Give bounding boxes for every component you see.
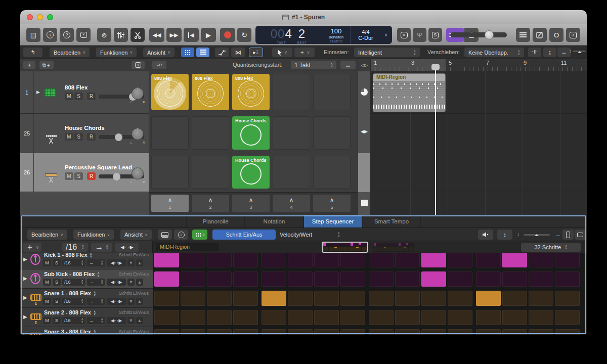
loop-slot-r3c1[interactable] (151, 156, 189, 189)
pattern-division-stepper[interactable]: /16∧∨ (62, 243, 88, 252)
flex-button[interactable]: ⋈ (231, 48, 245, 57)
pattern-rotate-buttons[interactable]: ◀▫▫▶ (115, 243, 139, 252)
row-solo-button[interactable]: S (53, 279, 61, 286)
step-2-1-on[interactable] (154, 271, 179, 287)
loop-cell-808-flex[interactable]: 808 Flex (192, 74, 229, 110)
scene-trigger-3[interactable]: ∧3 (232, 195, 270, 212)
step-3-15-off[interactable] (529, 291, 553, 306)
row-name[interactable]: Snare 2 - 808 Flex∧∨ (44, 309, 96, 315)
row-decrement-button[interactable]: ▼ (127, 279, 135, 286)
row-increment-button[interactable]: ▲ (136, 259, 143, 266)
row-rotate-buttons[interactable]: ◀▫ ▫▶ (107, 317, 126, 324)
stop-all-button[interactable] (358, 200, 370, 206)
step-1-9-off[interactable] (369, 253, 394, 267)
step-1-13-off[interactable] (476, 253, 501, 267)
editors-button[interactable] (131, 28, 145, 42)
pointer-tool-selector[interactable]: ∨ (272, 48, 292, 57)
add-track-button[interactable]: ＋ (23, 61, 35, 69)
verschieben-select[interactable]: Keine Überlapp.∧∨ (464, 48, 524, 57)
row-rotate-buttons[interactable]: ◀▫ ▫▶ (107, 259, 126, 266)
step-1-1-on[interactable] (154, 253, 179, 267)
automation-button[interactable] (215, 48, 229, 57)
row-solo-button[interactable]: S (53, 259, 61, 266)
row-mode-toggle[interactable]: ◀▶ (358, 129, 370, 134)
step-4-13-off[interactable] (476, 310, 501, 325)
step-4-6-off[interactable] (288, 310, 313, 325)
slider-knob[interactable] (115, 133, 122, 141)
step-3-16-off[interactable] (555, 291, 580, 306)
secondary-tool-selector[interactable]: ＋∨ (294, 48, 315, 57)
row-name-stepper-icon[interactable]: ∧∨ (94, 310, 96, 315)
row-name[interactable]: Sub Kick - 808 Flex∧∨ (44, 271, 100, 277)
track-header-1[interactable]: 1 ▶ 808 Flex M S R LR (20, 71, 149, 114)
row-decrement-button[interactable]: ▼ (127, 317, 135, 324)
loop-cell-house-chords[interactable]: House Chords (232, 156, 270, 189)
record-enable-button[interactable]: R (87, 172, 96, 180)
row-play-button[interactable]: ▶ (23, 314, 27, 320)
loop-cell-808-flex[interactable]: 808 Flex (232, 74, 270, 110)
divider-header[interactable]: ◁▷ (358, 59, 370, 71)
loop-cell-808-flex[interactable]: 808 Flex (151, 74, 189, 110)
row-name-stepper-icon[interactable]: ∧∨ (97, 272, 99, 277)
step-1-8-off[interactable] (340, 253, 365, 267)
step-3-12-off[interactable] (448, 291, 472, 306)
row-playmode-stepper[interactable]: →∧∨ (87, 298, 105, 305)
waveform-zoom-button[interactable]: ᛫‖᛫ (528, 48, 541, 57)
step-1-11-on[interactable] (421, 253, 446, 267)
grid-expand-button[interactable]: ↔ (340, 61, 356, 69)
loop-slot-r2c1[interactable] (151, 116, 189, 150)
step-1-2-off[interactable] (181, 253, 205, 267)
loop-slot-r2c2[interactable] (192, 116, 229, 150)
step-5-12-off[interactable] (448, 329, 472, 335)
pattern-region-name[interactable]: MIDI-Region (156, 243, 219, 251)
scene-trigger-1[interactable]: ∧1 (151, 195, 189, 212)
step-4-12-off[interactable] (448, 310, 472, 325)
solo-mode-button[interactable]: S (428, 28, 442, 42)
step-3-8-off[interactable] (340, 291, 365, 306)
step-3-1-off[interactable] (154, 291, 179, 306)
add-row-button[interactable]: ＋∨ (23, 243, 41, 252)
step-4-4-off[interactable] (233, 310, 258, 325)
quick-help-button[interactable]: ? (60, 28, 74, 42)
bar-ruler[interactable]: 1357911 (371, 59, 587, 71)
row-solo-button[interactable]: S (53, 298, 61, 305)
step-1-3-off[interactable] (207, 253, 232, 267)
row-decrement-button[interactable]: ▼ (127, 298, 135, 305)
step-5-16-off[interactable] (555, 329, 580, 335)
step-1-12-off[interactable] (448, 253, 472, 267)
pattern-length-select[interactable]: 32 Schritte∧∨ (521, 243, 581, 252)
row-increment-button[interactable]: ▲ (136, 298, 143, 305)
step-3-9-off[interactable] (369, 291, 394, 306)
grid-view-button[interactable] (181, 48, 194, 57)
seq-menu-bearbeiten[interactable]: Bearbeiten∨ (27, 230, 67, 240)
row-play-button[interactable]: ▶ (23, 256, 27, 262)
step-2-4-off[interactable] (233, 271, 258, 287)
media-browser-button[interactable]: ♪ (566, 28, 580, 42)
replace-mode-button[interactable]: × (397, 28, 411, 42)
smart-controls-button[interactable]: ⊚ (97, 28, 111, 42)
row-mute-button[interactable]: M (43, 298, 51, 305)
row-solo-button[interactable]: S (53, 317, 61, 324)
step-1-14-on[interactable] (502, 253, 527, 267)
slider-knob[interactable] (113, 173, 120, 180)
pattern-thumbnail-1[interactable] (323, 243, 367, 252)
step-4-11-off[interactable] (421, 310, 446, 325)
seq-vertical-autozoom-button[interactable]: ↨ (497, 230, 512, 240)
step-5-6-off[interactable] (288, 329, 313, 335)
step-5-3-off[interactable] (207, 329, 232, 335)
row-division-stepper[interactable]: /16∧∨ (62, 317, 85, 324)
step-3-13-on[interactable] (476, 291, 501, 306)
mute-button[interactable]: M (65, 133, 73, 141)
pattern-browser-button[interactable]: › (192, 230, 207, 240)
tracks-view-button[interactable] (196, 48, 209, 57)
scene-edit-button[interactable]: ≡R (152, 61, 166, 69)
mute-button[interactable]: M (65, 93, 73, 100)
playhead-handle[interactable] (431, 64, 440, 70)
quantize-start-select[interactable]: 1 Takt∧∨ (291, 61, 336, 69)
note-pads-button[interactable] (533, 28, 547, 42)
row-play-button[interactable]: ▶ (23, 295, 27, 300)
scene-trigger-2[interactable]: ∧2 (192, 195, 229, 212)
step-1-4-off[interactable] (233, 253, 258, 267)
einrasten-select[interactable]: Intelligent∧∨ (354, 48, 420, 57)
step-2-13-off[interactable] (476, 271, 501, 287)
